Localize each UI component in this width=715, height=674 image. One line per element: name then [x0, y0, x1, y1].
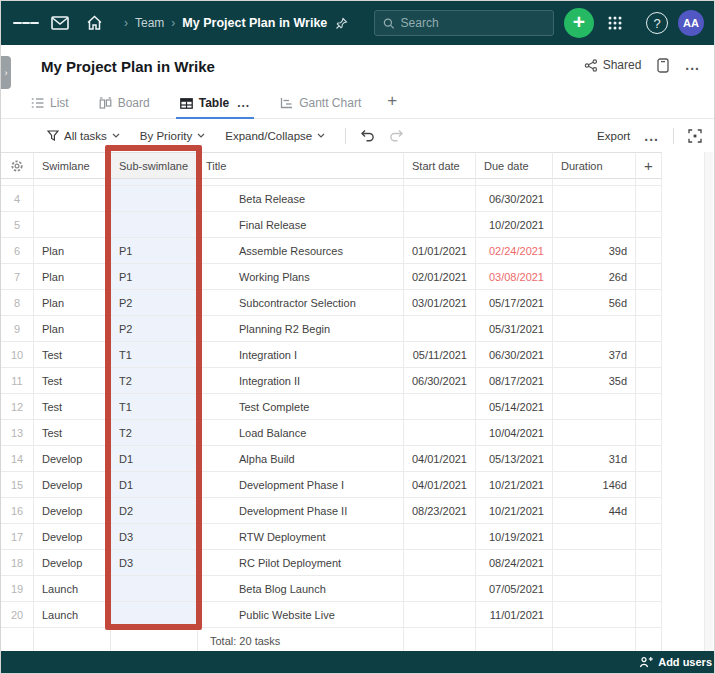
cell-sub-swimlane[interactable]: P1: [111, 238, 198, 264]
cell-duration[interactable]: 146d: [553, 472, 636, 498]
cell-title[interactable]: Beta Blog Launch: [198, 576, 404, 602]
undo-icon[interactable]: [360, 129, 375, 142]
tab-table[interactable]: Table ...: [176, 96, 254, 119]
cell-due-date[interactable]: 10/21/2021: [476, 498, 553, 524]
tab-list[interactable]: List: [27, 96, 73, 119]
cell-duration[interactable]: [553, 394, 636, 420]
cell-start-date[interactable]: 08/23/2021: [404, 498, 476, 524]
cell-sub-swimlane[interactable]: T1: [111, 394, 198, 420]
cell-due-date[interactable]: 06/30/2021: [476, 186, 553, 212]
cell-sub-swimlane[interactable]: [111, 186, 198, 212]
cell-title[interactable]: RC Pilot Deployment: [198, 550, 404, 576]
cell-sub-swimlane[interactable]: P2: [111, 290, 198, 316]
column-header-start-date[interactable]: Start date: [404, 152, 476, 179]
cell-sub-swimlane[interactable]: D3: [111, 550, 198, 576]
cell-swimlane[interactable]: Develop: [34, 550, 111, 576]
row-number[interactable]: 4: [1, 186, 34, 212]
cell-duration[interactable]: 31d: [553, 446, 636, 472]
cell-start-date[interactable]: 06/30/2021: [404, 368, 476, 394]
cell-start-date[interactable]: 04/01/2021: [404, 472, 476, 498]
expand-collapse-dropdown[interactable]: Expand/Collapse: [225, 130, 325, 142]
cell-start-date[interactable]: 03/01/2021: [404, 290, 476, 316]
cell-start-date[interactable]: [404, 550, 476, 576]
tab-board[interactable]: Board: [95, 96, 154, 119]
cell-title[interactable]: Development Phase II: [198, 498, 404, 524]
cell-duration[interactable]: [553, 524, 636, 550]
cell-sub-swimlane[interactable]: [111, 576, 198, 602]
fullscreen-icon[interactable]: [688, 129, 702, 143]
cell-start-date[interactable]: [404, 316, 476, 342]
cell-swimlane[interactable]: Test: [34, 394, 111, 420]
toolbar-more-menu[interactable]: ...: [644, 128, 659, 144]
cell-duration[interactable]: [553, 550, 636, 576]
cell-sub-swimlane[interactable]: D3: [111, 524, 198, 550]
cell-duration[interactable]: 35d: [553, 368, 636, 394]
column-header-duration[interactable]: Duration: [553, 152, 636, 179]
tab-gantt-chart[interactable]: Gantt Chart: [276, 96, 365, 119]
cell-start-date[interactable]: 05/11/2021: [404, 342, 476, 368]
cell-start-date[interactable]: [404, 186, 476, 212]
cell-duration[interactable]: 44d: [553, 498, 636, 524]
cell-due-date[interactable]: 11/01/2021: [476, 602, 553, 628]
cell-start-date[interactable]: 02/01/2021: [404, 264, 476, 290]
search-box[interactable]: [374, 10, 554, 36]
cell-sub-swimlane[interactable]: T2: [111, 368, 198, 394]
row-number[interactable]: 8: [1, 290, 34, 316]
scrollbar-track[interactable]: [704, 152, 713, 653]
row-number[interactable]: 16: [1, 498, 34, 524]
avatar[interactable]: AA: [678, 10, 704, 36]
row-number[interactable]: 14: [1, 446, 34, 472]
cell-sub-swimlane[interactable]: T1: [111, 342, 198, 368]
add-users-button[interactable]: Add users: [639, 656, 712, 668]
create-button[interactable]: +: [564, 8, 594, 38]
cell-swimlane[interactable]: Launch: [34, 602, 111, 628]
pin-icon[interactable]: [335, 17, 348, 30]
cell-due-date[interactable]: 08/24/2021: [476, 550, 553, 576]
cell-title[interactable]: Planning R2 Begin: [198, 316, 404, 342]
sidebar-expand-handle[interactable]: ›: [1, 56, 11, 89]
cell-start-date[interactable]: [404, 524, 476, 550]
cell-sub-swimlane[interactable]: D1: [111, 472, 198, 498]
cell-duration[interactable]: [553, 420, 636, 446]
cell-due-date[interactable]: 08/17/2021: [476, 368, 553, 394]
cell-swimlane[interactable]: Test: [34, 342, 111, 368]
row-number[interactable]: 6: [1, 238, 34, 264]
cell-duration[interactable]: 37d: [553, 342, 636, 368]
column-settings-gear-icon[interactable]: [1, 152, 34, 179]
cell-due-date[interactable]: 02/24/2021: [476, 238, 553, 264]
cell-duration[interactable]: [553, 576, 636, 602]
cell-duration[interactable]: 39d: [553, 238, 636, 264]
cell-swimlane[interactable]: Plan: [34, 290, 111, 316]
cell-due-date[interactable]: 10/04/2021: [476, 420, 553, 446]
cell-duration[interactable]: 26d: [553, 264, 636, 290]
cell-duration[interactable]: [553, 186, 636, 212]
cell-duration[interactable]: [553, 212, 636, 238]
cell-title[interactable]: Development Phase I: [198, 472, 404, 498]
help-icon[interactable]: ?: [646, 12, 668, 34]
home-icon[interactable]: [81, 10, 107, 36]
cell-start-date[interactable]: [404, 576, 476, 602]
cell-start-date[interactable]: 01/01/2021: [404, 238, 476, 264]
search-input[interactable]: [401, 16, 545, 30]
row-number[interactable]: 19: [1, 576, 34, 602]
cell-title[interactable]: Beta Release: [198, 186, 404, 212]
group-by-dropdown[interactable]: By Priority: [140, 130, 205, 142]
row-number[interactable]: 18: [1, 550, 34, 576]
cell-start-date[interactable]: [404, 394, 476, 420]
cell-swimlane[interactable]: Test: [34, 368, 111, 394]
apps-grid-icon[interactable]: [602, 10, 628, 36]
cell-title[interactable]: Subcontractor Selection: [198, 290, 404, 316]
cell-swimlane[interactable]: Plan: [34, 316, 111, 342]
cell-title[interactable]: RTW Deployment: [198, 524, 404, 550]
cell-due-date[interactable]: 10/20/2021: [476, 212, 553, 238]
column-header-swimlane[interactable]: Swimlane: [34, 152, 111, 179]
row-number[interactable]: 17: [1, 524, 34, 550]
row-number[interactable]: 13: [1, 420, 34, 446]
cell-swimlane[interactable]: Plan: [34, 238, 111, 264]
column-header-title[interactable]: Title: [198, 152, 404, 179]
filter-dropdown[interactable]: All tasks: [47, 130, 120, 142]
cell-due-date[interactable]: 03/08/2021: [476, 264, 553, 290]
row-number[interactable]: 5: [1, 212, 34, 238]
cell-swimlane[interactable]: Develop: [34, 472, 111, 498]
add-view-button[interactable]: +: [387, 91, 397, 119]
